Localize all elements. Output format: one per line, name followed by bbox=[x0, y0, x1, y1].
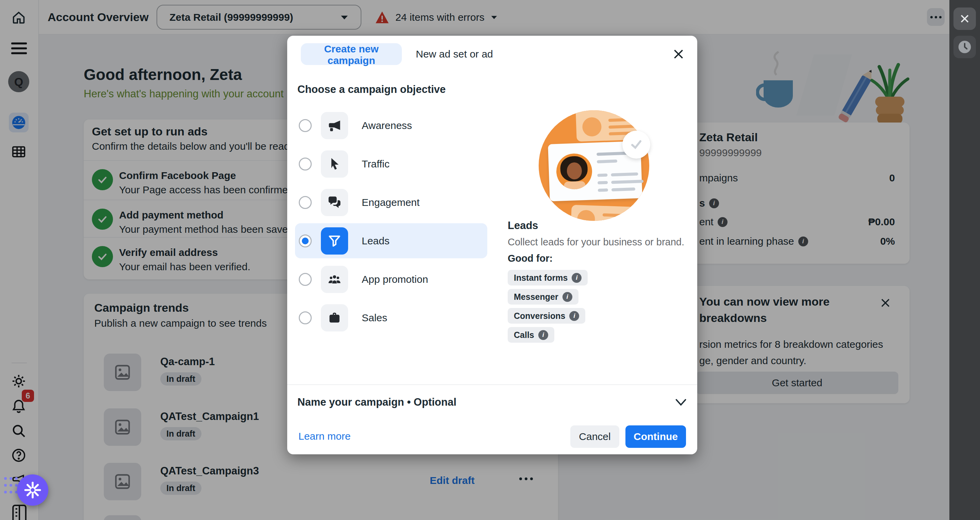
check-badge-icon bbox=[622, 131, 650, 159]
radio-unselected[interactable] bbox=[299, 119, 312, 132]
illustration-card-bottom bbox=[570, 205, 649, 221]
modal-heading: Choose a campaign objective bbox=[298, 83, 446, 95]
info-icon[interactable]: i bbox=[569, 311, 579, 321]
panel-close-button[interactable] bbox=[953, 8, 976, 30]
objective-awareness[interactable]: Awareness bbox=[295, 108, 487, 143]
funnel-icon bbox=[321, 227, 348, 254]
illustration-avatar bbox=[556, 153, 593, 190]
objectives-list: Awareness Traffic Engagement bbox=[295, 108, 487, 335]
radio-unselected[interactable] bbox=[299, 196, 312, 209]
clock-icon bbox=[957, 40, 972, 54]
info-icon[interactable]: i bbox=[572, 273, 582, 283]
chevron-down-icon bbox=[675, 399, 687, 406]
cursor-icon bbox=[321, 150, 348, 178]
extension-side-panel bbox=[950, 0, 980, 520]
modal-close-icon[interactable] bbox=[670, 46, 687, 62]
people-group-icon bbox=[321, 266, 348, 293]
good-for-badges: Instant formsi Messengeri Conversionsi C… bbox=[508, 270, 588, 343]
name-campaign-toggle[interactable]: Name your campaign • Optional bbox=[298, 392, 687, 413]
objective-engagement[interactable]: Engagement bbox=[295, 185, 487, 220]
history-clock-button[interactable] bbox=[953, 36, 976, 58]
close-icon bbox=[959, 13, 970, 24]
info-icon[interactable]: i bbox=[538, 330, 548, 340]
starburst-icon bbox=[24, 481, 41, 499]
continue-button[interactable]: Continue bbox=[625, 425, 686, 448]
assistant-fab-button[interactable] bbox=[17, 474, 48, 506]
divider bbox=[287, 385, 697, 385]
leads-illustration bbox=[539, 110, 649, 221]
learn-more-link[interactable]: Learn more bbox=[298, 431, 350, 442]
radio-unselected[interactable] bbox=[299, 312, 312, 324]
info-icon[interactable]: i bbox=[563, 292, 572, 302]
badge-instant-forms: Instant formsi bbox=[508, 270, 588, 286]
briefcase-icon bbox=[321, 304, 348, 331]
objective-app-promotion[interactable]: App promotion bbox=[295, 262, 487, 297]
create-campaign-modal: Create new campaign New ad set or ad Cho… bbox=[287, 36, 697, 454]
good-for-label: Good for: bbox=[508, 253, 553, 264]
objective-leads[interactable]: Leads bbox=[295, 223, 487, 258]
badge-messenger: Messengeri bbox=[508, 289, 579, 305]
cancel-button[interactable]: Cancel bbox=[570, 425, 619, 448]
radio-unselected[interactable] bbox=[299, 273, 312, 286]
name-campaign-label: Name your campaign • Optional bbox=[298, 396, 456, 409]
detail-title: Leads bbox=[508, 219, 538, 232]
badge-conversions: Conversionsi bbox=[508, 308, 585, 324]
fab-drag-handle[interactable] bbox=[4, 477, 17, 495]
objective-traffic[interactable]: Traffic bbox=[295, 146, 487, 181]
megaphone-icon bbox=[321, 112, 348, 139]
objective-sales[interactable]: Sales bbox=[295, 300, 487, 335]
detail-description: Collect leads for your business or brand… bbox=[508, 237, 684, 248]
radio-selected[interactable] bbox=[299, 234, 312, 247]
screen: Q 6 bbox=[0, 0, 980, 520]
radio-unselected[interactable] bbox=[299, 157, 312, 170]
tab-new-ad-set-or-ad[interactable]: New ad set or ad bbox=[416, 43, 493, 65]
tab-create-new-campaign[interactable]: Create new campaign bbox=[301, 43, 402, 65]
badge-calls: Callsi bbox=[508, 327, 554, 343]
chat-bubbles-icon bbox=[321, 189, 348, 216]
